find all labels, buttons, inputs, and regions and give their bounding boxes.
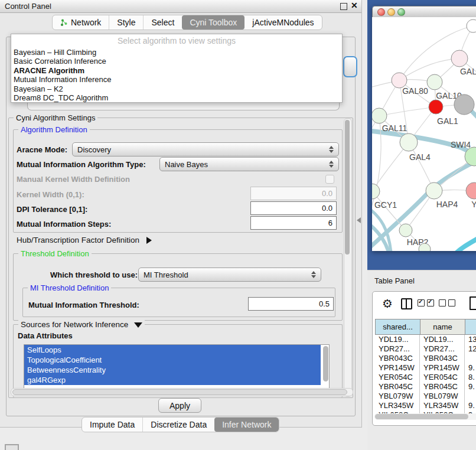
network-node-hap4[interactable] [426,182,442,199]
settings-vertical-scrollbar[interactable] [344,118,352,397]
table-cell: YBL079W [375,392,420,401]
apply-button[interactable]: Apply [158,398,201,413]
attribute-list-item[interactable]: BetweennessCentrality [24,365,321,375]
network-node-gal10[interactable] [427,74,442,90]
kernel-width-label: Kernel Width (0,1): [17,190,84,199]
algorithm-dropdown-popup: Select algorithm to view settings Bayesi… [11,34,343,103]
mi-algorithm-type-select[interactable]: Naive Bayes [159,157,339,171]
tab-label: jActiveMNodules [252,18,314,27]
kernel-width-input[interactable]: 0.0 [250,187,337,200]
spinner-arrows-icon [311,271,316,278]
zoom-traffic-light-icon[interactable] [397,8,405,16]
network-node-gal4[interactable] [400,133,418,151]
tab-select[interactable]: Select [143,15,182,30]
data-attributes-list[interactable]: SelfLoopsTopologicalCoefficientBetweenne… [24,344,330,389]
gear-icon[interactable]: ⚙ [382,297,393,310]
node-label-gcy1: GCY1 [374,200,397,210]
network-canvas[interactable]: GALGAL80GAL10GAL1GAL11GAL4SWI4GCY1HAP4YH… [372,17,476,251]
table-cell: YBL079W [420,392,465,401]
table-horizontal-scrollbar[interactable] [374,413,476,420]
algorithm-option[interactable]: Bayesian – K2 [11,84,342,93]
manual-kernel-width-checkbox[interactable] [325,175,334,184]
scrollbar-thumb[interactable] [345,120,350,255]
deselect-all-icon[interactable] [439,299,455,306]
table-row[interactable]: YBR045CYBR045C9. [375,382,476,392]
network-window-titlebar[interactable] [372,6,476,18]
table-row[interactable]: YDR27...YDR27...12 [375,344,476,354]
settings-horizontal-scrollbar[interactable] [11,388,353,396]
mi-steps-value: 6 [328,219,332,227]
corner-panel-button[interactable] [5,444,19,450]
table-cell: YLR345W [420,401,465,410]
mi-threshold-value: 0.5 [319,299,330,308]
table-cell: YDR27... [375,344,420,354]
tab-discretize-data[interactable]: Discretize Data [142,418,214,432]
column-header-a[interactable]: A [465,319,476,334]
algorithm-option[interactable]: Dream8 DC_TDC Algorithm [11,93,342,102]
node-label-gal1: GAL1 [437,116,458,126]
tab-label: Cyni Toolbox [190,18,237,27]
focused-combo-button[interactable] [343,56,357,77]
tab-cyni-toolbox[interactable]: Cyni Toolbox [182,15,244,30]
table-cell: YDL19... [375,335,420,344]
attribute-list-item[interactable]: SelfLoops [24,345,321,355]
scrollbar-thumb[interactable] [12,389,347,395]
control-panel-tabbar: NetworkStyleSelectCyni ToolboxjActiveMNo… [52,15,322,30]
sources-label: Sources for Network Inference [21,320,128,329]
network-node-gal11[interactable] [372,108,387,123]
network-edge[interactable] [372,223,389,251]
float-window-icon[interactable] [340,3,347,10]
tab-jactivemnodules[interactable]: jActiveMNodules [244,15,321,30]
tab-style[interactable]: Style [109,15,143,30]
mi-threshold-input[interactable]: 0.5 [248,297,334,311]
table-row[interactable]: YPR145WYPR145W9. [375,363,476,373]
sources-legend[interactable]: Sources for Network Inference [18,320,145,329]
network-node-gal[interactable] [451,50,468,67]
table-row[interactable]: YBR043CYBR043C [375,354,476,363]
minimize-traffic-light-icon[interactable] [387,8,395,16]
scrollbar-thumb[interactable] [375,414,468,419]
hub-definition-expander[interactable]: Hub/Transcription Factor Definition [17,236,152,244]
list-scrollbar[interactable] [323,346,328,381]
table-cell: YER054C [375,373,420,382]
network-node-gal1[interactable] [429,100,443,114]
dpi-tolerance-value: 0.0 [322,204,332,213]
network-edge[interactable] [455,237,476,251]
table-row[interactable]: YLR345WYLR345W9. [375,401,476,410]
tab-infer-network[interactable]: Infer Network [214,418,279,432]
dpi-tolerance-input[interactable]: 0.0 [250,201,337,215]
aracne-mode-select[interactable]: Discovery [72,142,339,156]
close-traffic-light-icon[interactable] [377,8,385,16]
table-panel-body: ⚙ shared...nameAYDL19...YDL19...13YDR27.… [372,291,476,426]
network-node-hap2[interactable] [399,224,412,237]
table-row[interactable]: YER054CYER054C8. [375,373,476,382]
table-row[interactable]: YBL079WYBL079W [375,392,476,401]
table-row[interactable]: YDL19...YDL19...13 [375,335,476,344]
network-edge[interactable] [379,107,436,116]
table-cell: YPR145W [375,363,420,373]
network-node[interactable] [454,94,474,115]
document-icon[interactable] [470,296,476,310]
close-icon[interactable]: ✕ [351,1,358,10]
tab-impute-data[interactable]: Impute Data [82,418,142,432]
algorithm-option[interactable]: Bayesian – Hill Climbing [11,48,342,57]
algorithm-option[interactable]: Mutual Information Inference [11,75,342,84]
table-cell: YDL19... [420,335,465,344]
network-node-y[interactable] [466,182,476,199]
mi-steps-input[interactable]: 6 [250,216,337,230]
algorithm-option[interactable]: Basic Correlation Inference [11,57,342,66]
attribute-list-item[interactable]: gal4RGexp [24,375,321,385]
table-cell: YBR043C [420,354,465,363]
select-all-icon[interactable] [418,299,434,306]
column-header-shared[interactable]: shared... [376,319,420,334]
network-node[interactable] [467,19,476,32]
attribute-list-item[interactable]: TopologicalCoefficient [24,355,321,365]
column-header-name[interactable]: name [420,319,465,334]
tab-network[interactable]: Network [53,15,109,30]
which-threshold-select[interactable]: MI Threshold [138,268,321,282]
network-node-gcy1[interactable] [372,184,380,199]
splitter-collapse-arrow[interactable] [357,217,361,223]
hub-definition-label: Hub/Transcription Factor Definition [17,236,139,244]
algorithm-option[interactable]: ARACNE Algorithm [11,66,342,75]
split-columns-icon[interactable] [401,298,412,309]
